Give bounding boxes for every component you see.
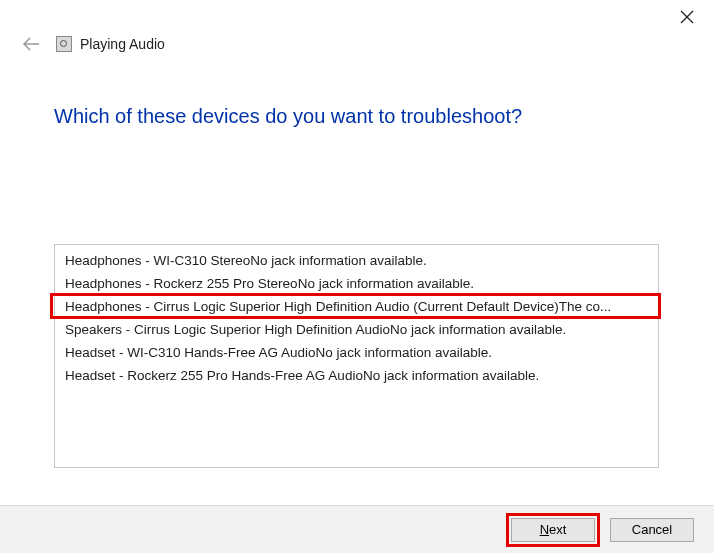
list-item[interactable]: Headphones - Rockerz 255 Pro StereoNo ja… bbox=[55, 272, 658, 295]
page-heading: Which of these devices do you want to tr… bbox=[54, 105, 522, 128]
list-item[interactable]: Speakers - Cirrus Logic Superior High De… bbox=[55, 318, 658, 341]
footer: Next Cancel bbox=[0, 505, 714, 553]
cancel-button[interactable]: Cancel bbox=[610, 518, 694, 542]
list-item[interactable]: Headset - WI-C310 Hands-Free AG AudioNo … bbox=[55, 341, 658, 364]
close-button[interactable] bbox=[680, 10, 696, 26]
list-item[interactable]: Headset - Rockerz 255 Pro Hands-Free AG … bbox=[55, 364, 658, 387]
close-icon bbox=[680, 10, 694, 24]
troubleshooter-title: Playing Audio bbox=[80, 36, 165, 52]
next-label-rest: ext bbox=[549, 522, 566, 537]
list-item[interactable]: Headphones - Cirrus Logic Superior High … bbox=[55, 295, 658, 318]
troubleshooter-icon bbox=[56, 36, 72, 52]
list-item[interactable]: Headphones - WI-C310 StereoNo jack infor… bbox=[55, 249, 658, 272]
annotation-highlight-next: Next bbox=[506, 513, 600, 547]
next-button[interactable]: Next bbox=[511, 518, 595, 542]
header-row: Playing Audio bbox=[20, 32, 694, 56]
device-listbox[interactable]: Headphones - WI-C310 StereoNo jack infor… bbox=[54, 244, 659, 468]
next-accelerator: N bbox=[540, 522, 549, 537]
back-button[interactable] bbox=[20, 33, 42, 55]
arrow-left-icon bbox=[22, 37, 40, 51]
